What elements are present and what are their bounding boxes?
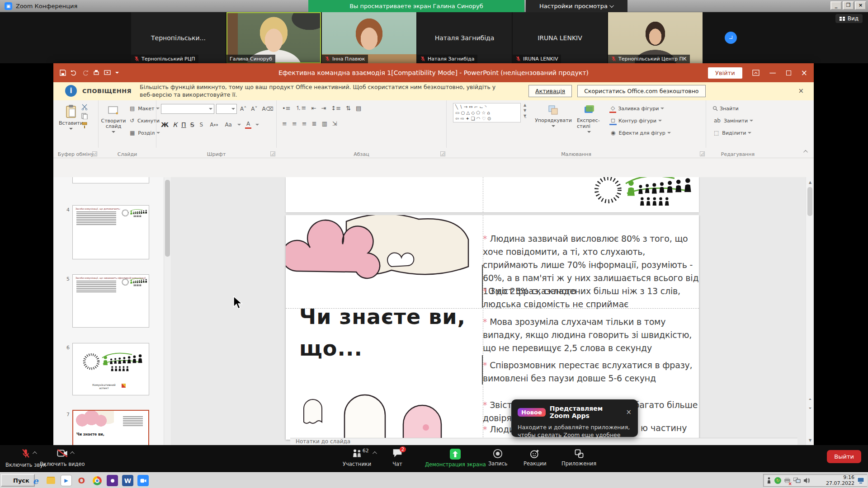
- font-color-icon[interactable]: А: [245, 120, 251, 129]
- purple-app-icon[interactable]: [107, 475, 118, 486]
- participant-tile-ternopilskyi-centr-pk[interactable]: Тернопільський Центр ПК: [608, 12, 703, 63]
- view-settings-button[interactable]: Настройки просмотра: [526, 0, 627, 12]
- shape-outline-button[interactable]: ◻Контур фігури: [609, 116, 671, 125]
- bold-button[interactable]: Ж: [161, 121, 169, 128]
- participants-button[interactable]: 62 Участники: [343, 449, 371, 467]
- next-slide-icon[interactable]: ⏷: [806, 404, 814, 413]
- canvas-scrollbar[interactable]: ▲ ⏶ ⏷ ▼: [806, 177, 814, 445]
- slide-title-line2[interactable]: що...: [299, 336, 363, 361]
- slide-bullet-fragment[interactable]: ю частину: [641, 423, 687, 433]
- line-spacing-icon[interactable]: ↕≡: [331, 105, 341, 112]
- close-icon[interactable]: ×: [855, 1, 866, 10]
- video-options-icon[interactable]: [70, 451, 75, 456]
- reactions-button[interactable]: Реакции: [524, 449, 547, 467]
- cut-icon[interactable]: [81, 104, 88, 110]
- popup-close-icon[interactable]: ×: [626, 408, 632, 416]
- restore-icon[interactable]: ❒: [843, 1, 854, 10]
- print-icon[interactable]: [93, 70, 99, 76]
- view-button[interactable]: Вид: [835, 14, 863, 23]
- outdent-icon[interactable]: ⇤: [311, 105, 316, 112]
- font-size-select[interactable]: [216, 104, 237, 114]
- pp-restore-icon[interactable]: [786, 70, 791, 75]
- pp-close-icon[interactable]: ×: [801, 68, 807, 77]
- slide-thumbnail-7-current[interactable]: Чи знаєте ви,: [72, 410, 149, 445]
- bullets-icon[interactable]: •≡: [282, 105, 291, 112]
- word-icon[interactable]: W: [122, 475, 133, 486]
- align-left-icon[interactable]: ≡: [282, 120, 287, 127]
- volume-icon[interactable]: [803, 478, 810, 483]
- numbering-icon[interactable]: ⒈≡: [296, 104, 307, 112]
- align-center-icon[interactable]: ≡: [292, 120, 297, 127]
- section-button[interactable]: ▦Розділ: [128, 128, 160, 137]
- thumbnail-scrollbar-thumb[interactable]: [165, 180, 170, 257]
- shapes-gallery[interactable]: ╲ ∖ → ↔ ⌐ ⌙ ◝▭ ○ △ ◇ ⬠ ☆ ⌂⇦ ⇨ ✦ ❏ ◠ ♡ ⊙: [453, 103, 521, 122]
- participant-tile-halyna-synorub[interactable]: Галина Синоруб: [226, 12, 321, 63]
- scroll-up-icon[interactable]: ▲: [806, 178, 814, 186]
- participants-options-icon[interactable]: [373, 451, 377, 456]
- sign-in-button[interactable]: Увійти: [708, 67, 742, 79]
- clear-format-icon[interactable]: А⌫: [260, 105, 274, 113]
- participant-tile-natalia-zahnybida[interactable]: Наталя Загнибіда Наталя Загнибіда: [417, 12, 512, 63]
- taskbar-clock[interactable]: 9:16 27.07.2022: [826, 474, 854, 486]
- notes-bar[interactable]: Нотатки до слайда: [290, 438, 797, 445]
- next-participants-icon[interactable]: [725, 32, 737, 44]
- update-icon[interactable]: ↻: [774, 477, 781, 484]
- start-video-button[interactable]: Включить видео: [40, 449, 85, 467]
- char-spacing-icon[interactable]: А↔: [208, 121, 219, 128]
- font-name-select[interactable]: [161, 104, 214, 114]
- participant-tile-ternopilskyi-rcp[interactable]: Тернопільськи... Тернопільський РЦП: [131, 12, 226, 63]
- grow-font-icon[interactable]: А˄: [239, 105, 248, 113]
- shrink-font-icon[interactable]: А˅: [250, 105, 259, 113]
- arrange-button[interactable]: Упорядкувати: [535, 102, 572, 128]
- slideshow-icon[interactable]: [104, 70, 111, 76]
- accessibility-icon[interactable]: [766, 477, 772, 483]
- use-office-free-button[interactable]: Скористатись Office.com безкоштовно: [577, 85, 705, 97]
- text-shadow-icon[interactable]: S: [198, 121, 205, 128]
- reset-button[interactable]: ↺Скинути: [128, 116, 160, 125]
- ribbon-options-icon[interactable]: [752, 70, 760, 76]
- participant-tile-inna-plaviuk[interactable]: Інна Плавюк: [322, 12, 416, 63]
- replace-button[interactable]: abЗамінити: [712, 116, 753, 125]
- shape-fill-button[interactable]: ◇Заливка фігури: [609, 104, 671, 113]
- format-painter-icon[interactable]: [81, 122, 88, 128]
- qat-customize-icon[interactable]: [115, 72, 119, 74]
- italic-button[interactable]: К: [173, 121, 177, 128]
- pp-minimize-icon[interactable]: —: [769, 69, 776, 77]
- layout-button[interactable]: ▤Макет: [128, 104, 160, 113]
- align-text-icon[interactable]: ▤: [356, 105, 361, 112]
- slide-bullet[interactable]: Зміст фраз, складених більш ніж з 13 слі…: [483, 285, 699, 311]
- minimize-icon[interactable]: _: [830, 1, 842, 10]
- chrome-icon[interactable]: [91, 475, 103, 486]
- collapse-ribbon-icon[interactable]: [803, 150, 808, 155]
- share-screen-button[interactable]: Демонстрация экрана: [425, 449, 486, 468]
- dialog-launcher-icon[interactable]: ◿: [440, 151, 445, 156]
- internet-explorer-icon[interactable]: e: [30, 475, 41, 486]
- shapes-up-icon[interactable]: ▲: [524, 103, 526, 107]
- underline-button[interactable]: П: [181, 121, 186, 128]
- folder-icon[interactable]: [45, 475, 57, 486]
- audio-options-icon[interactable]: [33, 451, 37, 456]
- opera-icon[interactable]: O: [76, 475, 87, 486]
- show-desktop-icon[interactable]: [857, 477, 864, 484]
- slide-thumbnail-4[interactable]: Засоби комунікації, що допомагають:: [72, 205, 149, 259]
- quick-styles-button[interactable]: Експрес-стилі: [574, 102, 604, 134]
- find-button[interactable]: Знайти: [712, 104, 753, 113]
- text-direction-icon[interactable]: ⇅: [346, 105, 351, 112]
- leave-button[interactable]: Выйти: [827, 450, 861, 463]
- indent-icon[interactable]: ⇥: [321, 105, 326, 112]
- slide-bullet[interactable]: Мова зрозуміла слухачам тільки в тому ви…: [483, 315, 699, 355]
- canvas-scrollbar-thumb[interactable]: [807, 187, 812, 216]
- media-player-icon[interactable]: ▶: [61, 475, 72, 486]
- participant-tile-iruna-lenkiv[interactable]: IRUNA LENKIV IRUNA LENKIV: [513, 12, 607, 63]
- notice-close-icon[interactable]: ×: [798, 87, 804, 95]
- justify-icon[interactable]: ≣: [312, 120, 317, 127]
- slide-bullet[interactable]: Співрозмовник перестає вслухатися в фраз…: [483, 359, 699, 385]
- activate-button[interactable]: Активація: [528, 85, 572, 97]
- save-icon[interactable]: [60, 70, 66, 76]
- redo-icon[interactable]: [82, 70, 89, 76]
- apps-button[interactable]: Приложения: [561, 449, 596, 467]
- slide-thumbnail-3[interactable]: [72, 177, 149, 183]
- copy-icon[interactable]: [81, 113, 88, 119]
- zoom-camera-icon[interactable]: [137, 475, 149, 486]
- new-slide-button[interactable]: Створити слайд: [100, 102, 127, 134]
